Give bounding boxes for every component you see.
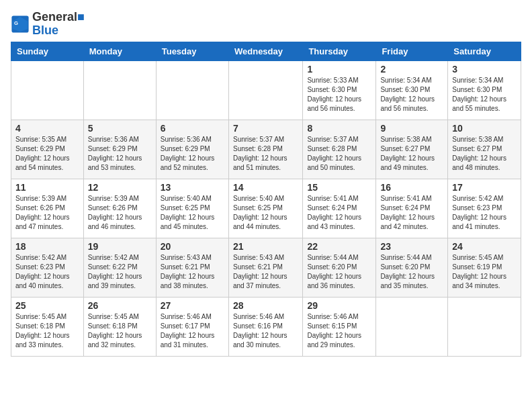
day-number: 19 [88,241,152,252]
day-number: 24 [452,241,517,252]
calendar-cell: 18Sunrise: 5:42 AM Sunset: 6:23 PM Dayli… [11,238,84,297]
calendar-cell: 19Sunrise: 5:42 AM Sunset: 6:22 PM Dayli… [83,238,156,297]
day-info: Sunrise: 5:34 AM Sunset: 6:30 PM Dayligh… [452,76,517,113]
day-info: Sunrise: 5:46 AM Sunset: 6:16 PM Dayligh… [233,312,298,350]
calendar-cell: 9Sunrise: 5:38 AM Sunset: 6:27 PM Daylig… [376,120,448,179]
day-info: Sunrise: 5:45 AM Sunset: 6:18 PM Dayligh… [15,312,79,350]
week-row-2: 4Sunrise: 5:35 AM Sunset: 6:29 PM Daylig… [11,120,521,179]
day-info: Sunrise: 5:37 AM Sunset: 6:28 PM Dayligh… [233,135,298,173]
day-number: 5 [88,123,152,134]
day-number: 10 [452,123,517,134]
calendar-cell: 25Sunrise: 5:45 AM Sunset: 6:18 PM Dayli… [11,297,84,356]
calendar-cell: 8Sunrise: 5:37 AM Sunset: 6:28 PM Daylig… [303,120,376,179]
week-row-1: 1Sunrise: 5:33 AM Sunset: 6:30 PM Daylig… [11,60,521,120]
day-info: Sunrise: 5:45 AM Sunset: 6:18 PM Dayligh… [88,312,152,350]
calendar-cell: 23Sunrise: 5:44 AM Sunset: 6:20 PM Dayli… [376,238,448,297]
day-info: Sunrise: 5:43 AM Sunset: 6:21 PM Dayligh… [161,253,224,291]
calendar-cell [448,297,521,356]
day-info: Sunrise: 5:40 AM Sunset: 6:25 PM Dayligh… [161,194,224,232]
calendar-cell: 12Sunrise: 5:39 AM Sunset: 6:26 PM Dayli… [83,179,156,238]
logo-icon: G [11,15,30,34]
day-info: Sunrise: 5:42 AM Sunset: 6:23 PM Dayligh… [15,253,79,291]
day-number: 22 [307,241,371,252]
day-number: 18 [15,241,79,252]
calendar-cell: 13Sunrise: 5:40 AM Sunset: 6:25 PM Dayli… [156,179,228,238]
calendar-cell: 29Sunrise: 5:46 AM Sunset: 6:15 PM Dayli… [303,297,376,356]
day-number: 4 [15,123,79,134]
day-number: 29 [307,300,371,311]
day-number: 25 [15,300,79,311]
logo-text: General■ Blue [32,11,85,38]
day-header-friday: Friday [376,42,448,60]
calendar-cell [11,60,84,120]
day-number: 8 [307,123,371,134]
day-number: 11 [15,182,79,193]
week-row-5: 25Sunrise: 5:45 AM Sunset: 6:18 PM Dayli… [11,297,521,356]
day-number: 2 [380,64,443,75]
day-info: Sunrise: 5:38 AM Sunset: 6:27 PM Dayligh… [380,135,443,173]
day-number: 26 [88,300,152,311]
day-number: 16 [380,182,443,193]
page-header: G General■ Blue [11,11,521,38]
day-number: 15 [307,182,371,193]
calendar-cell: 17Sunrise: 5:42 AM Sunset: 6:23 PM Dayli… [448,179,521,238]
day-info: Sunrise: 5:44 AM Sunset: 6:20 PM Dayligh… [307,253,371,291]
days-header-row: SundayMondayTuesdayWednesdayThursdayFrid… [11,42,521,60]
day-info: Sunrise: 5:44 AM Sunset: 6:20 PM Dayligh… [380,253,443,291]
day-info: Sunrise: 5:33 AM Sunset: 6:30 PM Dayligh… [307,76,371,113]
day-info: Sunrise: 5:45 AM Sunset: 6:19 PM Dayligh… [452,253,517,291]
calendar-cell: 5Sunrise: 5:36 AM Sunset: 6:29 PM Daylig… [83,120,156,179]
calendar-cell: 15Sunrise: 5:41 AM Sunset: 6:24 PM Dayli… [303,179,376,238]
calendar-cell: 27Sunrise: 5:46 AM Sunset: 6:17 PM Dayli… [156,297,228,356]
day-info: Sunrise: 5:39 AM Sunset: 6:26 PM Dayligh… [88,194,152,232]
day-header-sunday: Sunday [11,42,84,60]
calendar-cell: 6Sunrise: 5:36 AM Sunset: 6:29 PM Daylig… [156,120,228,179]
calendar-cell [156,60,228,120]
day-info: Sunrise: 5:43 AM Sunset: 6:21 PM Dayligh… [233,253,298,291]
day-info: Sunrise: 5:36 AM Sunset: 6:29 PM Dayligh… [88,135,152,173]
calendar-cell: 1Sunrise: 5:33 AM Sunset: 6:30 PM Daylig… [303,60,376,120]
day-number: 20 [161,241,224,252]
calendar-cell: 7Sunrise: 5:37 AM Sunset: 6:28 PM Daylig… [228,120,302,179]
day-info: Sunrise: 5:34 AM Sunset: 6:30 PM Dayligh… [380,76,443,113]
day-number: 13 [161,182,224,193]
day-number: 3 [452,64,517,75]
calendar-cell: 2Sunrise: 5:34 AM Sunset: 6:30 PM Daylig… [376,60,448,120]
day-header-thursday: Thursday [303,42,376,60]
day-info: Sunrise: 5:42 AM Sunset: 6:23 PM Dayligh… [452,194,517,232]
day-number: 1 [307,64,371,75]
day-header-tuesday: Tuesday [156,42,228,60]
day-number: 12 [88,182,152,193]
day-number: 17 [452,182,517,193]
day-header-wednesday: Wednesday [228,42,302,60]
calendar-cell: 11Sunrise: 5:39 AM Sunset: 6:26 PM Dayli… [11,179,84,238]
day-number: 23 [380,241,443,252]
calendar-cell: 28Sunrise: 5:46 AM Sunset: 6:16 PM Dayli… [228,297,302,356]
calendar-table: SundayMondayTuesdayWednesdayThursdayFrid… [11,42,521,357]
calendar-cell: 10Sunrise: 5:38 AM Sunset: 6:27 PM Dayli… [448,120,521,179]
day-info: Sunrise: 5:38 AM Sunset: 6:27 PM Dayligh… [452,135,517,173]
day-info: Sunrise: 5:39 AM Sunset: 6:26 PM Dayligh… [15,194,79,232]
day-info: Sunrise: 5:37 AM Sunset: 6:28 PM Dayligh… [307,135,371,173]
calendar-cell: 22Sunrise: 5:44 AM Sunset: 6:20 PM Dayli… [303,238,376,297]
calendar-cell: 26Sunrise: 5:45 AM Sunset: 6:18 PM Dayli… [83,297,156,356]
day-info: Sunrise: 5:41 AM Sunset: 6:24 PM Dayligh… [307,194,371,232]
day-info: Sunrise: 5:35 AM Sunset: 6:29 PM Dayligh… [15,135,79,173]
calendar-cell [376,297,448,356]
svg-text:G: G [14,20,18,26]
calendar-cell [228,60,302,120]
day-number: 14 [233,182,298,193]
logo: G General■ Blue [11,11,85,38]
day-header-saturday: Saturday [448,42,521,60]
day-info: Sunrise: 5:46 AM Sunset: 6:15 PM Dayligh… [307,312,371,350]
day-number: 7 [233,123,298,134]
day-number: 21 [233,241,298,252]
day-number: 9 [380,123,443,134]
week-row-4: 18Sunrise: 5:42 AM Sunset: 6:23 PM Dayli… [11,238,521,297]
day-number: 28 [233,300,298,311]
day-info: Sunrise: 5:41 AM Sunset: 6:24 PM Dayligh… [380,194,443,232]
calendar-cell: 14Sunrise: 5:40 AM Sunset: 6:25 PM Dayli… [228,179,302,238]
day-info: Sunrise: 5:36 AM Sunset: 6:29 PM Dayligh… [161,135,224,173]
day-info: Sunrise: 5:42 AM Sunset: 6:22 PM Dayligh… [88,253,152,291]
calendar-cell: 3Sunrise: 5:34 AM Sunset: 6:30 PM Daylig… [448,60,521,120]
